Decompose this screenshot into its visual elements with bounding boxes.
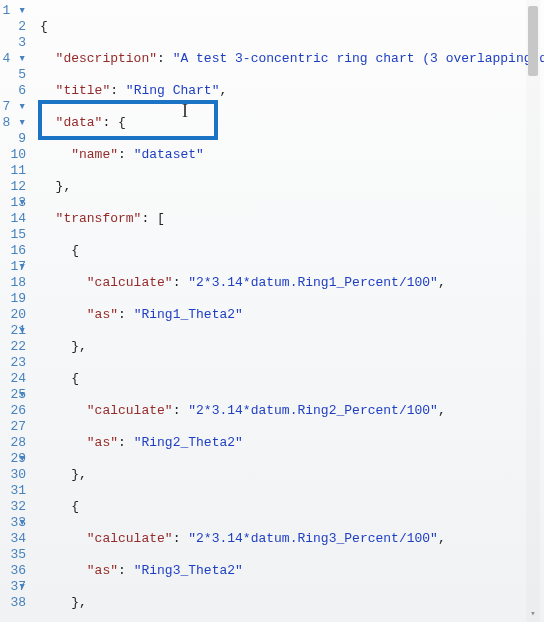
line-number: 10 <box>0 147 26 163</box>
line-number: 22 <box>0 339 26 355</box>
line-number: 34 <box>0 531 26 547</box>
line-number: 36 ▾ <box>0 563 26 579</box>
line-number: 31 <box>0 483 26 499</box>
line-number: 11 <box>0 163 26 179</box>
vertical-scrollbar[interactable]: ▾ <box>526 0 540 622</box>
line-number: 19 <box>0 291 26 307</box>
line-number: 18 <box>0 275 26 291</box>
line-number: 13 <box>0 195 26 211</box>
line-number: 20 ▾ <box>0 307 26 323</box>
line-number: 9 <box>0 131 26 147</box>
line-number: 3 <box>0 35 26 51</box>
line-number: 23 <box>0 355 26 371</box>
line-number: 8 ▾ <box>0 115 26 131</box>
line-number: 15 <box>0 227 26 243</box>
line-number: 26 <box>0 403 26 419</box>
line-number: 6 <box>0 83 26 99</box>
line-number: 35 <box>0 547 26 563</box>
line-number: 32 ▾ <box>0 499 26 515</box>
line-number: 5 <box>0 67 26 83</box>
line-number: 4 ▾ <box>0 51 26 67</box>
line-number: 33 <box>0 515 26 531</box>
line-number: 30 <box>0 467 26 483</box>
line-number: 12 ▾ <box>0 179 26 195</box>
line-number: 28 ▾ <box>0 435 26 451</box>
line-number: 17 <box>0 259 26 275</box>
line-number: 7 ▾ <box>0 99 26 115</box>
line-number: 16 ▾ <box>0 243 26 259</box>
line-number: 38 <box>0 595 26 611</box>
scroll-thumb[interactable] <box>528 6 538 76</box>
line-number: 27 <box>0 419 26 435</box>
line-number: 1 ▾ <box>0 3 26 19</box>
line-number: 14 <box>0 211 26 227</box>
line-number: 24 ▾ <box>0 371 26 387</box>
code-area[interactable]: { "description": "A test 3-concentric ri… <box>34 3 544 622</box>
line-number: 29 <box>0 451 26 467</box>
line-number: 2 <box>0 19 26 35</box>
line-number: 21 <box>0 323 26 339</box>
line-number: 37 <box>0 579 26 595</box>
code-editor[interactable]: 1 ▾ 2 3 4 ▾ 5 6 7 ▾ 8 ▾ 9 10 11 12 ▾ 13 … <box>0 0 544 622</box>
line-number-gutter: 1 ▾ 2 3 4 ▾ 5 6 7 ▾ 8 ▾ 9 10 11 12 ▾ 13 … <box>0 3 34 622</box>
scroll-down-arrow-icon[interactable]: ▾ <box>528 608 538 618</box>
line-number: 25 <box>0 387 26 403</box>
